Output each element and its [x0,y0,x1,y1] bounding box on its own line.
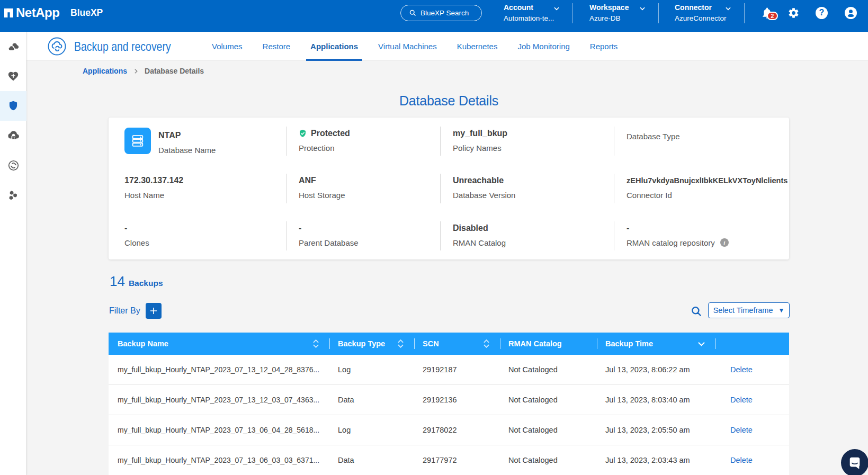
main-content: Applications Database Details Database D… [26,61,868,475]
user-menu-button[interactable] [845,0,857,25]
notifications-button[interactable]: 2 [760,0,774,25]
workspace-menu[interactable]: Workspace Azure-DB [589,0,653,25]
cell-scn: 29178022 [414,415,500,445]
field-label: Policy Names [453,144,614,153]
cell-backup-type: Log [329,355,414,384]
field-rman-catalog: Disabled RMAN Catalog [440,212,614,259]
tab-virtual-machines[interactable]: Virtual Machines [374,32,441,61]
bluexp-search-button[interactable]: BlueXP Search [400,5,482,21]
field-label: Database Name [158,146,216,155]
chat-button[interactable] [841,449,868,475]
protected-shield-icon [299,129,307,138]
delete-link[interactable]: Delete [730,426,753,434]
gear-icon [788,7,800,19]
cloud-lock-icon [7,129,20,142]
column-header-backup-time[interactable]: Backup Time [597,333,715,355]
help-icon: ? [816,7,828,19]
tab-volumes[interactable]: Volumes [208,32,247,61]
workspace-menu-value: Azure-DB [589,14,653,23]
sidebar-item-health[interactable] [0,61,26,91]
search-icon [409,9,417,17]
sort-icon[interactable] [398,339,404,348]
cell-backup-name: my_full_bkup_Hourly_NTAP_2023_07_13_06_0… [109,445,329,475]
field-database-name: NTAP Database Name [109,118,286,165]
topbar-separator [658,3,659,23]
field-value: NTAP [158,131,216,140]
connector-menu[interactable]: Connector AzureConnector [675,0,741,25]
app-title: Backup and recovery [74,39,171,54]
column-header-rman-catalog[interactable]: RMAN Catalog [500,333,597,355]
field-value: zEHlu7vkdyaBnujcxlIbkKELkVXToyNlclients [627,176,789,185]
chevron-down-icon [553,5,560,12]
field-label: RMAN Catalog [453,238,614,247]
settings-button[interactable] [788,0,800,25]
breadcrumb-applications-link[interactable]: Applications [83,67,127,75]
breadcrumb-chevron-icon [132,68,139,75]
field-label: Host Storage [299,191,440,200]
field-label: Parent Database [299,238,440,247]
table-header: Backup Name Backup Type SCN [109,333,789,355]
column-header-backup-name[interactable]: Backup Name [109,333,329,355]
table-row: my_full_bkup_Hourly_NTAP_2023_07_13_06_0… [109,415,789,445]
delete-link[interactable]: Delete [730,365,753,374]
sort-icon[interactable] [313,339,319,348]
tab-applications[interactable]: Applications [306,32,362,61]
sidebar-item-protection[interactable] [0,91,26,121]
table-row: my_full_bkup_Hourly_NTAP_2023_07_13_06_0… [109,445,789,475]
delete-link[interactable]: Delete [730,396,753,404]
sidebar-item-storage[interactable] [0,32,26,61]
delete-link[interactable]: Delete [730,456,753,464]
chat-bubble-icon [848,456,862,470]
account-menu[interactable]: Account Automation-te... [504,0,572,25]
sort-desc-icon[interactable] [698,342,705,346]
field-value: - [299,223,440,233]
breadcrumb: Applications Database Details [83,67,204,75]
field-protection: Protected Protection [286,118,440,165]
clouds-icon [7,40,20,53]
field-policy-names: my_full_bkup Policy Names [440,118,614,165]
account-menu-value: Automation-te... [504,14,572,23]
column-header-backup-type[interactable]: Backup Type [329,333,414,355]
sidebar-item-governance[interactable] [0,121,26,150]
field-value: - [124,223,286,233]
app-identity: Backup and recovery [48,32,193,61]
info-icon[interactable]: i [720,238,729,247]
tab-reports[interactable]: Reports [586,32,622,61]
sidebar-item-extensions[interactable] [0,180,26,210]
field-label: Protection [299,144,440,153]
field-value: Unreachable [453,176,614,185]
column-header-scn[interactable]: SCN [414,333,500,355]
field-connector-id: zEHlu7vkdyaBnujcxlIbkKELkVXToyNlclients … [614,165,789,212]
cell-scn: 29177972 [414,445,500,475]
cell-rman-catalog: Not Cataloged [500,355,597,384]
field-database-version: Unreachable Database Version [440,165,614,212]
sidebar-item-sync[interactable] [0,150,26,180]
help-button[interactable]: ? [816,0,828,25]
select-timeframe-button[interactable]: Select Timeframe ▼ [708,302,790,318]
tab-kubernetes[interactable]: Kubernetes [453,32,502,61]
tab-restore[interactable]: Restore [258,32,295,61]
field-clones: - Clones [109,212,286,259]
health-heart-icon [7,70,19,82]
cell-backup-type: Data [329,445,414,475]
page-title: Database Details [28,93,868,109]
cell-rman-catalog: Not Cataloged [500,415,597,445]
field-value: my_full_bkup [453,129,614,138]
tab-bar: Volumes Restore Applications Virtual Mac… [202,32,628,61]
sort-icon[interactable] [484,339,489,348]
netapp-logo[interactable]: NetApp [4,0,59,25]
table-row: my_full_bkup_Hourly_NTAP_2023_07_13_12_0… [109,355,789,385]
database-icon [124,128,151,154]
cell-backup-name: my_full_bkup_Hourly_NTAP_2023_07_13_12_0… [109,385,329,415]
database-details-card: NTAP Database Name Protected Protection … [109,118,789,259]
add-filter-button[interactable] [146,303,162,319]
brand-name: NetApp [16,5,59,20]
field-rman-catalog-repository: - RMAN catalog repositoryi [614,212,789,259]
field-database-type: Database Type [614,118,789,165]
tab-job-monitoring[interactable]: Job Monitoring [513,32,574,61]
sync-icon [8,160,19,171]
topbar: NetApp BlueXP BlueXP Search Account Auto… [0,0,868,32]
field-parent-database: - Parent Database [286,212,440,259]
table-search-button[interactable] [691,306,702,317]
connector-menu-value: AzureConnector [675,14,741,23]
